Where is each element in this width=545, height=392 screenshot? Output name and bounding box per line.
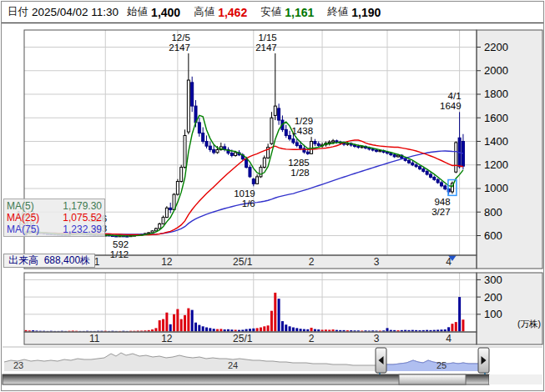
open-value: 1,400 (151, 6, 180, 19)
month-label: 4 (446, 333, 452, 344)
volume-bar (227, 329, 230, 332)
price-tick-label: 1200 (484, 158, 508, 171)
price-tick-label: 1000 (484, 182, 508, 194)
candle (411, 163, 414, 165)
volume-bar (173, 314, 175, 332)
volume-bar (122, 331, 124, 332)
navigator-year-label: 24 (228, 360, 238, 370)
volume-bar (194, 323, 197, 332)
volume-bar (230, 329, 233, 331)
candle (180, 168, 183, 182)
volume-bar (300, 329, 302, 331)
candle (205, 141, 208, 146)
candle (317, 143, 320, 145)
month-label: 11 (89, 333, 100, 344)
volume-bar (346, 330, 349, 331)
candle (300, 145, 302, 148)
candle (230, 153, 233, 156)
volume-bar (462, 319, 464, 331)
quote-header: 日付 2025/04/02 11:30 始値 1,400 高値 1,462 安値… (2, 2, 543, 23)
annotation-value: 1438 (291, 126, 313, 136)
volume-bar (111, 331, 114, 332)
candle (285, 129, 287, 135)
volume-bar (119, 331, 121, 332)
annotation-value: 1649 (440, 101, 462, 111)
volume-bar (220, 329, 222, 331)
month-label: 3 (374, 256, 380, 268)
volume-bar (437, 329, 439, 331)
candle (245, 159, 248, 168)
volume-bar (401, 330, 403, 332)
navigator-year-label: 25 (437, 360, 447, 370)
volume-bar (451, 324, 453, 331)
volume-bar (39, 331, 42, 332)
volume-bar (303, 329, 305, 332)
candle (336, 141, 338, 142)
month-label: 2 (309, 256, 315, 268)
volume-bar (162, 319, 164, 332)
volume-bar (176, 309, 179, 332)
candle (169, 208, 172, 209)
candle (328, 142, 331, 143)
volume-bar (93, 331, 96, 332)
volume-bar (137, 330, 139, 331)
month-label: 3 (374, 333, 380, 344)
volume-bar (129, 331, 132, 332)
volume-bar (289, 326, 291, 331)
volume-bar (25, 330, 28, 332)
close-value: 1,190 (351, 6, 381, 19)
ma75-value: 1,232.39 (63, 224, 102, 235)
price-tick-label: 1400 (484, 135, 508, 148)
volume-bar (61, 331, 63, 332)
candle (433, 177, 436, 179)
candle (386, 152, 389, 153)
candle (396, 155, 399, 157)
candle (187, 80, 189, 132)
volume-bar (379, 330, 381, 331)
annotation-date: 1/12 (110, 249, 129, 259)
ma5-value: 1,179.30 (63, 200, 102, 212)
volume-bar (332, 329, 335, 331)
candle (162, 218, 164, 224)
volume-bar (415, 330, 417, 332)
month-label: 25/1 (233, 256, 253, 268)
navigator-year-label: 23 (13, 360, 23, 370)
volume-bar (151, 329, 154, 331)
volume-bar (184, 315, 186, 332)
price-tick-label: 600 (484, 229, 502, 242)
volume-bar (144, 330, 146, 331)
volume-bar (241, 329, 244, 331)
volume-bar (418, 330, 421, 331)
volume-unit-label: (万株) (517, 319, 541, 329)
volume-bar (306, 329, 309, 332)
price-tick-label: 1800 (484, 88, 508, 100)
scrollbar-thumb[interactable] (399, 374, 466, 384)
volume-bar (108, 331, 110, 332)
volume-tick-label: 300 (484, 274, 502, 286)
volume-bar (339, 330, 341, 332)
volume-bar (202, 326, 204, 331)
candle (306, 152, 309, 153)
volume-label-value: 688,400株 (44, 254, 90, 266)
volume-bar (205, 328, 208, 332)
month-label: 25/1 (233, 333, 253, 344)
volume-bar (390, 330, 392, 332)
candle (202, 133, 204, 142)
volume-bar (224, 329, 226, 331)
candle (213, 149, 215, 153)
app-window: 日付 2025/04/02 11:30 始値 1,400 高値 1,462 安値… (1, 1, 544, 391)
volume-bar (281, 321, 284, 331)
annotation-date: 1/6 (242, 199, 255, 209)
candle (274, 106, 276, 115)
volume-bar (97, 331, 99, 332)
volume-bar (407, 330, 410, 332)
volume-bar (187, 309, 189, 332)
volume-bar (198, 325, 200, 332)
volume-bar (249, 329, 251, 331)
volume-bar (376, 330, 378, 331)
volume-bar (433, 330, 436, 332)
volume-plot-area[interactable] (24, 273, 477, 332)
candle (346, 143, 349, 144)
volume-tick-label: 100 (484, 308, 502, 320)
volume-bar (357, 330, 360, 331)
